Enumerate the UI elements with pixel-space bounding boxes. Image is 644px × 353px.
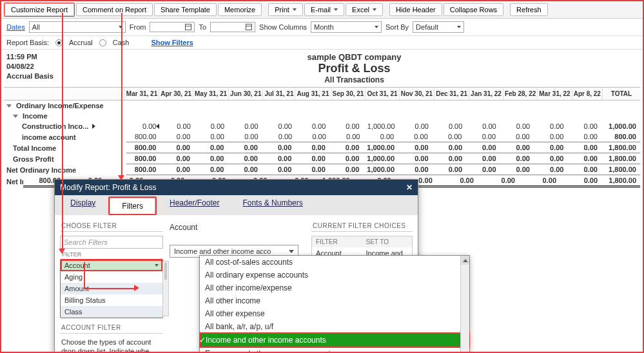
report-basis-text: Accrual Basis [6, 72, 97, 81]
choose-filter-heading: CHOOSE FILTER [60, 220, 163, 232]
show-columns-select[interactable]: Month [311, 21, 382, 33]
collapse-rows-button[interactable]: Collapse Rows [444, 3, 503, 16]
filter-item-account[interactable]: Account [61, 260, 162, 271]
calendar-icon [246, 24, 252, 30]
arrow-left-icon [156, 124, 159, 129]
current-filter-heading: CURRENT FILTER CHOICES [311, 220, 413, 232]
row-construction[interactable]: Construction Inco... 0.00 0.00 0.00 0.00… [4, 121, 640, 131]
row-income[interactable]: Income [4, 111, 640, 121]
show-columns-label: Show Columns [259, 23, 307, 31]
from-label: From [130, 23, 146, 31]
col-header[interactable]: Feb 28, 22 [503, 88, 537, 100]
dd-option[interactable]: All bank, a/r, a/p, u/f [200, 320, 469, 333]
cf-col-setto: SET TO [362, 236, 413, 247]
filter-item-aging[interactable]: Aging [61, 271, 162, 283]
sort-by-label: Sort By [385, 23, 409, 31]
account-filter-heading: ACCOUNT FILTER [60, 322, 163, 334]
dd-option[interactable]: All other income [200, 294, 469, 307]
report-basis-label: Report Basis: [6, 39, 49, 46]
col-header[interactable]: Mar 31, 21 [124, 88, 159, 100]
report-subtitle: All Transactions [97, 75, 612, 84]
refresh-button[interactable]: Refresh [510, 3, 548, 16]
col-header[interactable]: Jun 30, 21 [228, 88, 262, 100]
from-date-input[interactable] [150, 22, 195, 32]
tab-fonts-numbers[interactable]: Fonts & Numbers [231, 195, 314, 215]
col-header[interactable]: Sep 30, 21 [331, 88, 366, 100]
filter-subheading: FILTER [60, 250, 163, 259]
dialog-titlebar[interactable]: Modify Report: Profit & Loss ✕ [55, 180, 418, 195]
filter-item-class[interactable]: Class [61, 306, 162, 318]
dd-option-selected[interactable]: Income and other income accounts [200, 333, 469, 347]
report-time: 11:59 PM [6, 52, 97, 62]
col-header[interactable]: Aug 31, 21 [295, 88, 330, 100]
dd-option[interactable]: Expense and other expense accounts [200, 347, 469, 353]
account-label: Account [170, 220, 298, 234]
row-oie[interactable]: Ordinary Income/Expense [4, 100, 640, 111]
report-date: 04/08/22 [6, 62, 97, 72]
dd-option[interactable]: All other income/expense [200, 281, 469, 294]
collapse-icon[interactable] [13, 115, 18, 118]
comment-report-button[interactable]: Comment on Report [76, 3, 153, 16]
close-icon[interactable]: ✕ [406, 183, 413, 192]
col-header[interactable]: May 31, 21 [193, 88, 228, 100]
company-name: sample QBDT company [97, 52, 612, 62]
grid-header: Mar 31, 21 Apr 30, 21 May 31, 21 Jun 30,… [4, 87, 640, 100]
scrollbar[interactable] [162, 261, 169, 316]
tab-display[interactable]: Display [59, 195, 107, 215]
cash-radio[interactable] [99, 39, 106, 46]
col-header[interactable]: Oct 31, 21 [365, 88, 398, 100]
report-basis-row: Report Basis: Accrual Cash Show Filters [1, 36, 643, 50]
annotation-arrowhead-icon [134, 285, 139, 291]
col-header[interactable]: Mar 31, 22 [537, 88, 571, 100]
annotation-arrowhead-icon [59, 249, 65, 254]
col-header[interactable]: Jul 31, 21 [262, 88, 295, 100]
col-header[interactable]: Apr 8, 22 [572, 88, 602, 100]
annotation-arrow [62, 13, 63, 250]
col-header-total: TOTAL [602, 88, 640, 100]
collapse-icon[interactable] [6, 104, 12, 108]
tab-filters[interactable]: Filters [110, 198, 155, 214]
dd-option[interactable]: All cost-of-sales accounts [200, 256, 469, 269]
date-filter-row: Dates All From To Show Columns Month Sor… [1, 19, 643, 36]
dd-option[interactable]: All other expense [200, 307, 469, 320]
memorize-button[interactable]: Memorize [218, 3, 262, 16]
to-date-input[interactable] [210, 22, 255, 32]
account-filter-hint: Choose the types of account drop-down li… [60, 334, 163, 353]
col-header[interactable]: Dec 31, 21 [434, 88, 469, 100]
dd-option[interactable]: All ordinary expense accounts [200, 269, 469, 281]
scroll-up-icon[interactable] [461, 256, 469, 265]
annotation-arrowhead-icon [118, 175, 124, 180]
drill-icon [90, 122, 95, 130]
dialog-title: Modify Report: Profit & Loss [60, 183, 156, 192]
row-income-account[interactable]: income account 800.00 0.00 0.00 0.00 0.0… [4, 131, 640, 142]
hide-header-button[interactable]: Hide Header [389, 3, 442, 16]
search-filters-input[interactable]: Search Filters [60, 236, 163, 249]
sort-by-select[interactable]: Default [413, 21, 464, 33]
row-gross-profit: Gross Profit 800.00 0.00 0.00 0.00 0.00 … [4, 153, 640, 164]
report-toolbar: Customize Report Comment on Report Share… [1, 1, 643, 19]
cf-col-filter: FILTER [312, 236, 362, 247]
share-template-button[interactable]: Share Template [154, 3, 217, 16]
email-button[interactable]: E-mail [304, 3, 344, 16]
col-header[interactable]: Jan 31, 22 [469, 88, 503, 100]
print-button[interactable]: Print [268, 3, 303, 16]
dates-select[interactable]: All [29, 21, 126, 33]
dialog-tabs: Display Filters Header/Footer Fonts & Nu… [55, 195, 418, 215]
report-grid: Mar 31, 21 Apr 30, 21 May 31, 21 Jun 30,… [1, 87, 643, 187]
customize-report-button[interactable]: Customize Report [5, 3, 74, 16]
calendar-icon [185, 24, 191, 30]
show-filters-link[interactable]: Show Filters [151, 39, 193, 46]
row-net-ordinary-income: Net Ordinary Income 800.00 0.00 0.00 0.0… [4, 164, 640, 175]
filter-item-billing-status[interactable]: Billing Status [61, 294, 162, 306]
scrollbar[interactable] [460, 256, 469, 353]
col-header[interactable]: Nov 30, 21 [399, 88, 434, 100]
dates-label[interactable]: Dates [6, 23, 25, 31]
col-header[interactable]: Apr 30, 21 [159, 88, 193, 100]
to-label: To [199, 23, 206, 31]
report-title: Profit & Loss [97, 62, 612, 75]
tab-header-footer[interactable]: Header/Footer [158, 195, 231, 215]
excel-button[interactable]: Excel [346, 3, 383, 16]
annotation-arrow [84, 288, 135, 289]
annotation-arrow [121, 13, 122, 176]
annotation-arrow [84, 262, 85, 288]
